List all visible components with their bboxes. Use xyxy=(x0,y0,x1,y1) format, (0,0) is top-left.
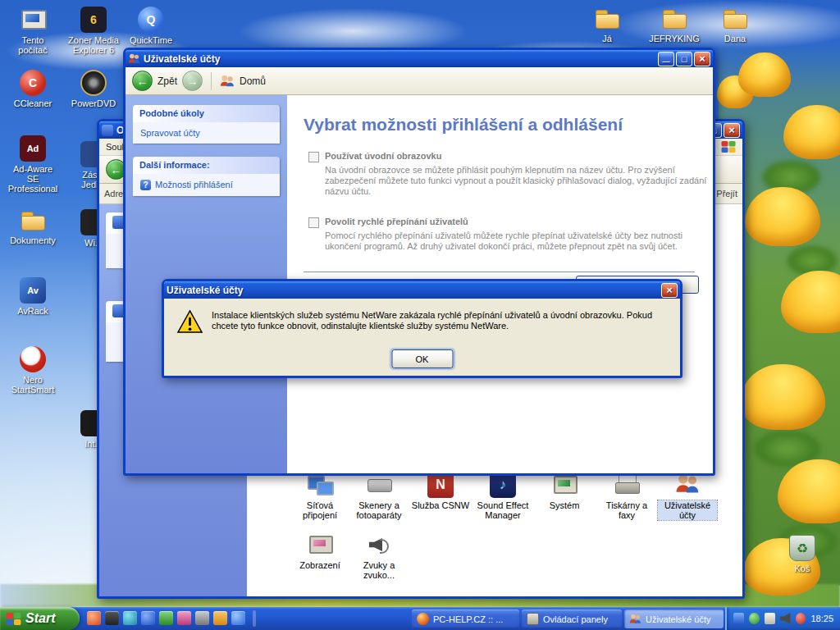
fast-switching-checkbox[interactable] xyxy=(308,217,319,228)
minimize-button[interactable] xyxy=(658,52,674,66)
adaware-icon xyxy=(20,135,46,162)
taskbar: Start PC-HELP.CZ :: ... Ovládací panely … xyxy=(0,607,840,630)
cp-item-printers-faxes[interactable]: Tiskárny a faxy xyxy=(597,472,656,520)
learn-more-title: Další informace: xyxy=(133,157,280,174)
desktop-icon-label: QuickTime xyxy=(125,35,177,45)
related-tasks-title: Podobné úkoly xyxy=(133,105,280,122)
desktop-icon-powerdvd[interactable]: PowerDVD xyxy=(67,70,120,108)
windows-logo-icon xyxy=(721,140,736,153)
taskbar-button-label: Ovládací panely xyxy=(543,614,608,624)
taskbar-button-user-accounts[interactable]: Uživatelské účty xyxy=(624,609,724,628)
quicktime-icon xyxy=(138,7,164,33)
quick-launch-icon[interactable] xyxy=(177,611,191,625)
tray-icon[interactable] xyxy=(796,613,806,624)
cp-item-scanners-cameras[interactable]: Skenery a fotoaparáty xyxy=(349,472,409,520)
desktop-icon-dana[interactable]: Dana xyxy=(709,5,761,43)
zoner-icon xyxy=(80,7,107,33)
desktop-icon-label: Nero StartSmart xyxy=(7,375,59,395)
quick-launch-icon[interactable] xyxy=(141,611,155,625)
cp-item-network-connections[interactable]: Síťová připojení xyxy=(290,472,349,520)
desktop-icon-jefryking[interactable]: JEFRYKING xyxy=(640,5,709,43)
desktop-icon-label: CCleaner xyxy=(7,98,59,108)
desktop-icon-my-computer[interactable]: Tento počítač xyxy=(7,7,59,55)
cp-item-csnw-service[interactable]: Služba CSNW xyxy=(411,472,470,510)
desktop-icon-label: Koš xyxy=(776,564,829,573)
logon-options-link[interactable]: Možnosti přihlášení xyxy=(155,180,233,189)
start-button[interactable]: Start xyxy=(0,607,80,630)
desktop-icon-recycle-bin[interactable]: Koš xyxy=(776,535,829,573)
cp-item-label: Skenery a fotoaparáty xyxy=(349,500,409,520)
desktop-icon-quicktime[interactable]: QuickTime xyxy=(125,7,177,45)
quick-launch-icon[interactable] xyxy=(231,611,245,625)
close-button[interactable] xyxy=(724,123,740,138)
desktop-icon-label: JEFRYKING xyxy=(640,34,709,43)
tray-icon[interactable] xyxy=(765,613,775,624)
quick-launch-divider[interactable] xyxy=(253,610,256,627)
close-button[interactable] xyxy=(661,283,678,298)
desktop-icon-label: Dokumenty xyxy=(7,235,59,245)
quick-launch-icon[interactable] xyxy=(213,611,227,625)
quick-launch-icon[interactable] xyxy=(159,611,173,625)
nero-icon xyxy=(20,346,46,372)
desktop-icon-avrack[interactable]: AvRack xyxy=(7,277,59,316)
back-button[interactable] xyxy=(132,71,153,91)
go-label[interactable]: Přejít xyxy=(716,189,737,199)
back-label[interactable]: Zpět xyxy=(158,75,177,87)
cp-item-display[interactable]: Zobrazení xyxy=(290,532,349,570)
quick-launch-icon[interactable] xyxy=(195,611,209,625)
desktop-icon-label: Tento počítač xyxy=(7,35,59,55)
desktop-icon-label: AvRack xyxy=(7,306,59,316)
ok-button[interactable]: OK xyxy=(391,349,453,368)
volume-icon[interactable] xyxy=(780,613,791,624)
sounds-audio-icon xyxy=(366,532,392,558)
related-tasks-box: Podobné úkoly Spravovat účty xyxy=(133,105,280,144)
desktop-icon-documents[interactable]: Dokumenty xyxy=(7,207,59,245)
desktop-icon-label: Zoner Media Explorer 6 xyxy=(67,35,120,55)
tray-icon[interactable] xyxy=(749,613,760,624)
recycle-bin-icon xyxy=(789,535,815,561)
user-accounts-icon xyxy=(128,52,140,65)
control-panel-icon xyxy=(102,125,113,136)
user-accounts-titlebar[interactable]: Uživatelské účty xyxy=(126,50,713,67)
cp-item-system[interactable]: Systém xyxy=(535,472,594,510)
desktop-icon-label: Ad-Aware SE Professional xyxy=(7,164,59,194)
fast-switching-label: Povolit rychlé přepínání uživatelů xyxy=(325,217,468,226)
user-accounts-window: Uživatelské účty Zpět Domů Podobné úkoly… xyxy=(123,48,715,476)
forward-button[interactable] xyxy=(182,71,203,91)
taskbar-button-label: PC-HELP.CZ :: ... xyxy=(433,614,503,624)
folder-icon xyxy=(594,5,620,31)
taskbar-button-control-panel[interactable]: Ovládací panely xyxy=(522,609,622,628)
close-button[interactable] xyxy=(694,52,710,66)
quick-launch-icon[interactable] xyxy=(105,611,119,625)
maximize-button[interactable] xyxy=(676,52,692,66)
cp-item-sounds-audio[interactable]: Zvuky a zvuko... xyxy=(349,532,409,580)
desktop-icon-ccleaner[interactable]: CCleaner xyxy=(7,70,59,108)
display-icon xyxy=(307,532,333,558)
powerdvd-icon xyxy=(80,70,107,96)
quick-launch-icon[interactable] xyxy=(123,611,137,625)
cp-item-user-accounts[interactable]: Uživatelské účty xyxy=(658,472,717,520)
cp-item-label: Systém xyxy=(535,500,594,510)
folder-icon xyxy=(661,5,687,31)
home-icon xyxy=(220,74,235,89)
home-label[interactable]: Domů xyxy=(240,75,266,87)
welcome-screen-description: Na úvodní obrazovce se můžete přihlásit … xyxy=(325,165,709,197)
desktop-icon-nero[interactable]: Nero StartSmart xyxy=(7,346,59,395)
page-title: Vybrat možnosti přihlášení a odhlášení xyxy=(304,115,696,135)
manage-accounts-link[interactable]: Spravovat účty xyxy=(140,128,272,138)
cp-item-label: Uživatelské účty xyxy=(658,500,717,520)
cp-item-sound-effect-manager[interactable]: Sound Effect Manager xyxy=(473,472,532,520)
cp-item-label: Síťová připojení xyxy=(290,500,349,520)
desktop-icon-ja[interactable]: Já xyxy=(581,5,633,43)
welcome-screen-checkbox[interactable] xyxy=(308,152,319,162)
desktop-icon-adaware[interactable]: Ad-Aware SE Professional xyxy=(7,135,59,194)
dialog-titlebar[interactable]: Uživatelské účty xyxy=(164,281,680,299)
fast-switching-description: Pomocí rychlého přepínání uživatelů může… xyxy=(325,231,709,252)
user-accounts-toolbar: Zpět Domů xyxy=(126,67,713,95)
tulip xyxy=(738,52,791,97)
quick-launch-icon[interactable] xyxy=(87,611,101,625)
tray-icon[interactable] xyxy=(733,613,744,624)
warning-icon xyxy=(176,309,203,335)
taskbar-button-pchelp[interactable]: PC-HELP.CZ :: ... xyxy=(412,609,519,628)
desktop-icon-zoner[interactable]: Zoner Media Explorer 6 xyxy=(67,7,120,55)
